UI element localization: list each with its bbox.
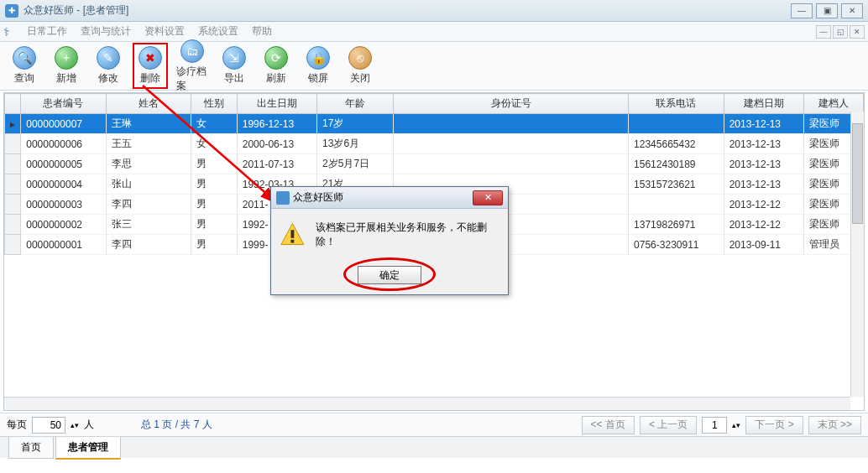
col-idcard[interactable]: 身份证号 [394, 94, 629, 114]
toolbar: 🔍查询 ＋新增 ✎修改 ✖删除 🗂诊疗档案 ⇲导出 ⟳刷新 🔒锁屏 ⎋关闭 [0, 42, 868, 91]
cell-phone: 15612430189 [629, 154, 724, 174]
alert-dialog: 众意好医师 ✕ 该档案已开展相关业务和服务，不能删除！ 确定 [270, 186, 509, 295]
refresh-button[interactable]: ⟳刷新 [259, 44, 294, 87]
menu-query[interactable]: 查询与统计 [74, 23, 138, 40]
row-selector[interactable] [5, 134, 21, 154]
col-by[interactable]: 建档人 [803, 94, 863, 114]
row-selector[interactable] [5, 114, 21, 134]
cell-id: 0000000004 [21, 174, 106, 195]
cell-name: 李四 [106, 195, 191, 215]
ok-button[interactable]: 确定 [358, 266, 421, 284]
row-selector[interactable] [5, 154, 21, 174]
col-sex[interactable]: 性别 [191, 94, 238, 114]
window-titlebar: ✚ 众意好医师 - [患者管理] — ▣ ✕ [0, 0, 868, 22]
col-dob[interactable]: 出生日期 [237, 94, 316, 114]
tab-patients[interactable]: 患者管理 [55, 437, 121, 460]
row-selector[interactable] [5, 174, 21, 195]
table-row[interactable]: 0000000005李思男2011-07-132岁5月7日15612430189… [5, 154, 864, 174]
prev-page-button[interactable]: < 上一页 [640, 416, 697, 434]
col-id[interactable]: 患者编号 [21, 94, 106, 114]
perpage-unit: 人 [84, 418, 94, 432]
row-selector[interactable] [5, 195, 21, 215]
tab-home[interactable]: 首页 [8, 437, 54, 459]
cell-id: 0000000002 [21, 215, 106, 235]
cell-filed: 2013-12-13 [724, 174, 803, 195]
cell-phone: 15315723621 [629, 174, 724, 195]
vertical-scrollbar[interactable] [850, 112, 864, 397]
stepper-icon[interactable]: ▴▾ [71, 421, 79, 429]
cell-sex: 男 [191, 174, 238, 195]
col-name[interactable]: 姓名 [106, 94, 191, 114]
cell-sex: 男 [191, 235, 238, 255]
cell-name: 李四 [106, 235, 191, 255]
table-row[interactable]: 0000000006王五女2000-06-1313岁6月123456654322… [5, 134, 864, 154]
col-age[interactable]: 年龄 [317, 94, 394, 114]
menu-help[interactable]: 帮助 [245, 23, 279, 40]
cell-filed: 2013-12-12 [724, 195, 803, 215]
delete-button[interactable]: ✖删除 [133, 43, 168, 89]
page-input[interactable] [702, 417, 727, 434]
edit-icon: ✎ [97, 46, 120, 70]
cell-id: 0000000005 [21, 154, 106, 174]
cell-phone [629, 195, 724, 215]
cell-sex: 女 [191, 114, 238, 134]
dialog-title: 众意好医师 [293, 190, 343, 205]
col-filed[interactable]: 建档日期 [724, 94, 803, 114]
dialog-close-button[interactable]: ✕ [473, 190, 503, 205]
cell-filed: 2013-12-13 [724, 114, 803, 134]
menu-daily[interactable]: 日常工作 [20, 23, 74, 40]
cell-phone: 13719826971 [629, 215, 724, 235]
cell-phone: 0756-3230911 [629, 235, 724, 255]
mdi-minimize-button[interactable]: — [816, 25, 831, 39]
scroll-thumb[interactable] [852, 123, 863, 224]
export-button[interactable]: ⇲导出 [217, 44, 252, 87]
mdi-close-button[interactable]: ✕ [850, 25, 865, 39]
cell-id: 0000000007 [21, 114, 106, 134]
svg-rect-1 [290, 230, 294, 238]
cell-sex: 男 [191, 195, 238, 215]
menu-icon: ⚕ [3, 25, 17, 39]
pager-summary: 总 1 页 / 共 7 人 [141, 418, 212, 432]
minimize-button[interactable]: — [791, 3, 813, 18]
search-icon: 🔍 [13, 46, 36, 70]
table-row[interactable]: 0000000007王琳女1996-12-1317岁2013-12-13梁医师 [5, 114, 864, 134]
last-page-button[interactable]: 末页 >> [808, 416, 861, 434]
cell-name: 王琳 [106, 114, 191, 134]
cell-phone [629, 114, 724, 134]
next-page-button[interactable]: 下一页 > [745, 416, 803, 434]
plus-icon: ＋ [55, 46, 78, 70]
query-button[interactable]: 🔍查询 [7, 44, 42, 87]
lock-button[interactable]: 🔒锁屏 [301, 44, 336, 87]
row-selector[interactable] [5, 215, 21, 235]
dialog-buttons: 确定 [271, 261, 508, 294]
archive-button[interactable]: 🗂诊疗档案 [175, 38, 210, 95]
cell-id: 0000000001 [21, 235, 106, 255]
export-icon: ⇲ [222, 46, 246, 70]
cell-name: 李思 [106, 154, 191, 174]
menubar: ⚕ 日常工作 查询与统计 资料设置 系统设置 帮助 — ◱ ✕ [0, 22, 868, 42]
mdi-controls: — ◱ ✕ [816, 25, 865, 39]
maximize-button[interactable]: ▣ [816, 3, 838, 18]
cell-filed: 2013-12-12 [724, 215, 803, 235]
cell-idcard [394, 154, 629, 174]
cell-id: 0000000006 [21, 134, 106, 154]
dialog-app-icon [276, 191, 290, 205]
col-phone[interactable]: 联系电话 [629, 94, 724, 114]
lock-icon: 🔒 [306, 46, 330, 70]
first-page-button[interactable]: << 首页 [582, 416, 635, 434]
add-button[interactable]: ＋新增 [49, 44, 84, 87]
cell-id: 0000000003 [21, 195, 106, 215]
dialog-body: 该档案已开展相关业务和服务，不能删除！ [271, 209, 508, 261]
cell-filed: 2013-12-13 [724, 154, 803, 174]
horizontal-scrollbar[interactable] [4, 397, 850, 410]
row-selector[interactable] [5, 235, 21, 255]
window-controls: — ▣ ✕ [791, 3, 863, 18]
perpage-input[interactable] [32, 417, 65, 434]
edit-button[interactable]: ✎修改 [91, 44, 126, 87]
close-tab-button[interactable]: ⎋关闭 [342, 44, 378, 87]
page-stepper-icon[interactable]: ▴▾ [732, 421, 740, 429]
mdi-restore-button[interactable]: ◱ [833, 25, 848, 39]
close-button[interactable]: ✕ [841, 3, 863, 18]
delete-icon: ✖ [139, 46, 162, 70]
cell-age: 2岁5月7日 [317, 154, 394, 174]
